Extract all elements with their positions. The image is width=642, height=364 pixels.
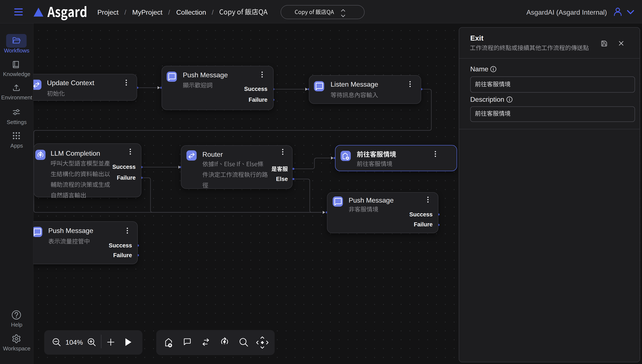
svg-text:104%: 104%: [66, 338, 83, 346]
